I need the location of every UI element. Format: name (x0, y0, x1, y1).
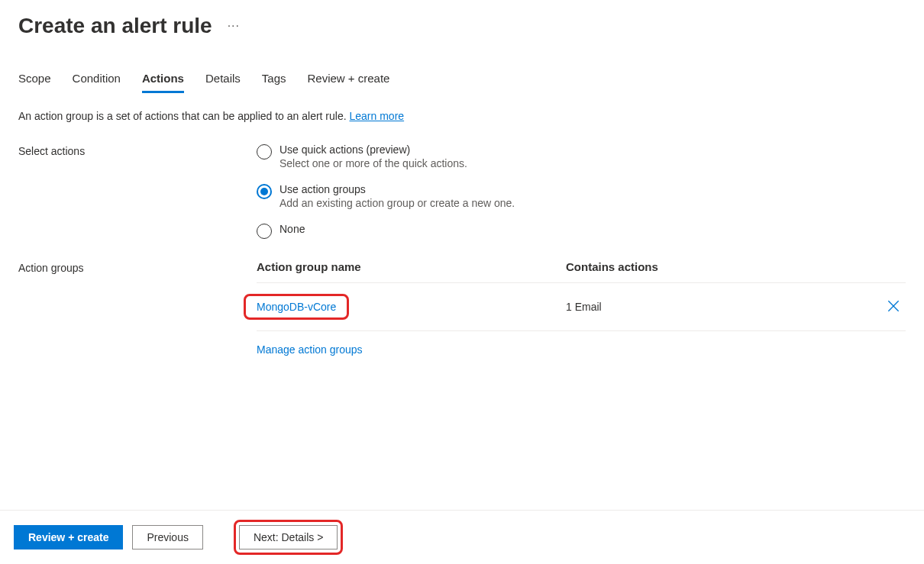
remove-row-button[interactable] (886, 298, 901, 314)
learn-more-link[interactable]: Learn more (350, 110, 405, 122)
radio-action-groups[interactable] (257, 184, 272, 199)
next-details-button[interactable]: Next: Details > (239, 525, 338, 549)
more-icon[interactable]: ··· (225, 16, 243, 36)
action-groups-label: Action groups (18, 260, 257, 274)
close-icon (886, 298, 901, 314)
column-header-name: Action group name (257, 260, 566, 273)
review-create-button[interactable]: Review + create (14, 525, 123, 549)
radio-quick-actions-title: Use quick actions (preview) (279, 143, 467, 156)
select-actions-label: Select actions (18, 143, 257, 157)
description-text: An action group is a set of actions that… (18, 110, 906, 122)
footer-bar: Review + create Previous Next: Details > (0, 510, 924, 564)
tab-bar: Scope Condition Actions Details Tags Rev… (18, 72, 906, 93)
action-group-link[interactable]: MongoDB-vCore (257, 301, 336, 313)
tab-details[interactable]: Details (205, 72, 241, 93)
radio-action-groups-title: Use action groups (279, 183, 515, 195)
tab-review-create[interactable]: Review + create (308, 72, 390, 93)
page-title: Create an alert rule (18, 14, 212, 38)
tab-tags[interactable]: Tags (262, 72, 286, 93)
radio-quick-actions-desc: Select one or more of the quick actions. (279, 157, 467, 169)
radio-quick-actions[interactable] (257, 144, 272, 160)
manage-action-groups-link[interactable]: Manage action groups (257, 343, 363, 356)
contains-actions-value: 1 Email (566, 301, 875, 313)
table-row: MongoDB-vCore 1 Email (257, 283, 906, 331)
tab-scope[interactable]: Scope (18, 72, 51, 93)
tab-actions[interactable]: Actions (142, 72, 184, 93)
tab-condition[interactable]: Condition (73, 72, 121, 93)
description-body: An action group is a set of actions that… (18, 110, 350, 122)
radio-none[interactable] (257, 224, 272, 239)
radio-action-groups-desc: Add an existing action group or create a… (279, 197, 515, 209)
radio-none-title: None (279, 223, 305, 235)
previous-button[interactable]: Previous (132, 525, 202, 549)
column-header-contains: Contains actions (566, 260, 875, 273)
